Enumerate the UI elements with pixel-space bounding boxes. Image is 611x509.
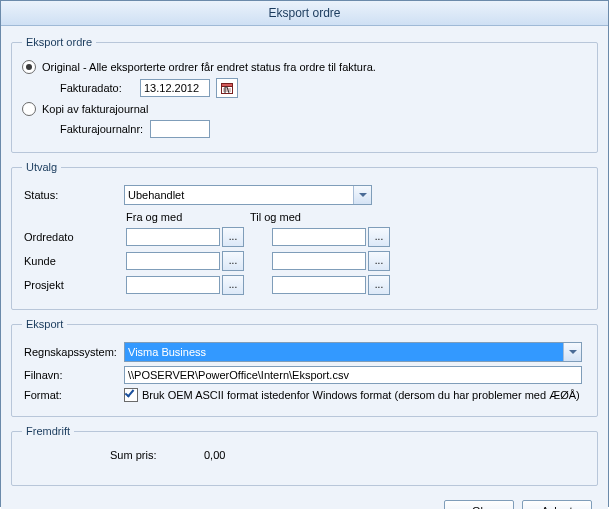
format-label: Format: (22, 389, 124, 401)
til-header: Til og med (250, 211, 301, 223)
group-utvalg: Utvalg Status: Ubehandlet Fra og med Til… (11, 161, 598, 310)
radio-kopi[interactable] (22, 102, 36, 116)
prosjekt-fra-browse[interactable]: ... (222, 275, 244, 295)
ordredato-fra-input[interactable] (126, 228, 220, 246)
fakturadato-picker-button[interactable] (216, 78, 238, 98)
svg-rect-1 (222, 84, 233, 87)
kunde-fra-browse[interactable]: ... (222, 251, 244, 271)
group-eksport: Eksport Regnskapssystem: Visma Business … (11, 318, 598, 417)
prosjekt-til-browse[interactable]: ... (368, 275, 390, 295)
regnskapssystem-select[interactable]: Visma Business (124, 342, 582, 362)
kunde-fra-input[interactable] (126, 252, 220, 270)
calendar-icon (220, 81, 234, 95)
filnavn-label: Filnavn: (22, 369, 124, 381)
radio-original[interactable] (22, 60, 36, 74)
regnskapssystem-value: Visma Business (128, 346, 563, 358)
avbryt-button[interactable]: Avbryt (522, 500, 592, 509)
window-body: Eksport ordre Original - Alle eksportert… (1, 26, 608, 509)
filnavn-input[interactable] (124, 366, 582, 384)
format-checkbox[interactable] (124, 388, 138, 402)
range-headers: Fra og med Til og med (126, 211, 587, 223)
group-fremdrift: Fremdrift Sum pris: 0,00 (11, 425, 598, 486)
status-label: Status: (22, 189, 124, 201)
prosjekt-fra-input[interactable] (126, 276, 220, 294)
ordredato-til-browse[interactable]: ... (368, 227, 390, 247)
fakturadato-input[interactable] (140, 79, 210, 97)
fakturajournalnr-input[interactable] (150, 120, 210, 138)
status-select[interactable]: Ubehandlet (124, 185, 372, 205)
group-eksport-ordre: Eksport ordre Original - Alle eksportert… (11, 36, 598, 153)
prosjekt-label: Prosjekt (22, 279, 126, 291)
button-bar: Ok Avbryt (11, 494, 598, 509)
chevron-down-icon (563, 343, 581, 361)
group-eksport-legend: Eksport (22, 318, 67, 330)
format-checkbox-text: Bruk OEM ASCII format istedenfor Windows… (142, 389, 580, 401)
option-original-row[interactable]: Original - Alle eksporterte ordrer får e… (22, 60, 587, 74)
radio-original-label: Original - Alle eksporterte ordrer får e… (42, 61, 376, 73)
ordredato-fra-browse[interactable]: ... (222, 227, 244, 247)
ok-button[interactable]: Ok (444, 500, 514, 509)
chevron-down-icon (353, 186, 371, 204)
kunde-label: Kunde (22, 255, 126, 267)
ordredato-label: Ordredato (22, 231, 126, 243)
status-value: Ubehandlet (128, 189, 353, 201)
prosjekt-til-input[interactable] (272, 276, 366, 294)
sumpris-label: Sum pris: (110, 449, 204, 461)
kunde-row: Kunde ... ... (22, 251, 587, 271)
fakturadato-label: Fakturadato: (60, 82, 140, 94)
kunde-til-input[interactable] (272, 252, 366, 270)
group-fremdrift-legend: Fremdrift (22, 425, 74, 437)
main-window: Eksport ordre Eksport ordre Original - A… (0, 0, 609, 507)
regnskapssystem-label: Regnskapssystem: (22, 346, 124, 358)
option-kopi-row[interactable]: Kopi av fakturajournal (22, 102, 587, 116)
window-title: Eksport ordre (1, 1, 608, 26)
sumpris-value: 0,00 (204, 449, 225, 461)
ordredato-row: Ordredato ... ... (22, 227, 587, 247)
prosjekt-row: Prosjekt ... ... (22, 275, 587, 295)
ordredato-til-input[interactable] (272, 228, 366, 246)
fakturajournalnr-label: Fakturajournalnr: (60, 123, 150, 135)
group-utvalg-legend: Utvalg (22, 161, 61, 173)
radio-kopi-label: Kopi av fakturajournal (42, 103, 148, 115)
fra-header: Fra og med (126, 211, 250, 223)
group-eksport-ordre-legend: Eksport ordre (22, 36, 96, 48)
kunde-til-browse[interactable]: ... (368, 251, 390, 271)
